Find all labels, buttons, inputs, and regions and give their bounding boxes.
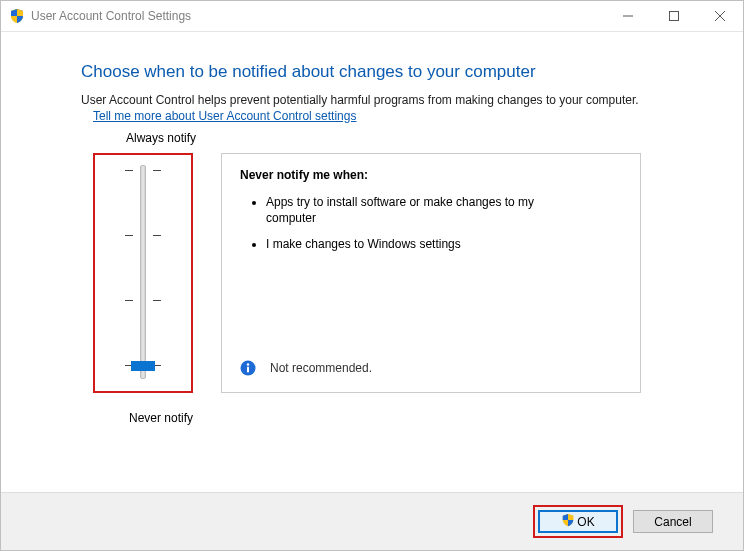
window-controls <box>605 1 743 31</box>
cancel-button[interactable]: Cancel <box>633 510 713 533</box>
slider-tick <box>153 300 161 302</box>
maximize-button[interactable] <box>651 1 697 31</box>
shield-icon <box>561 513 575 530</box>
ok-button[interactable]: OK <box>538 510 618 533</box>
info-bullet-item: I make changes to Windows settings <box>266 236 622 252</box>
slider-bottom-label: Never notify <box>91 411 231 425</box>
info-icon <box>240 360 256 376</box>
info-panel: Never notify me when: Apps try to instal… <box>221 153 641 393</box>
dialog-footer: OK Cancel <box>1 492 743 550</box>
slider-tick <box>125 300 133 302</box>
slider-top-label: Always notify <box>91 131 231 145</box>
content-area: Choose when to be notified about changes… <box>1 32 743 492</box>
shield-icon <box>9 8 25 24</box>
slider-track <box>140 165 146 379</box>
ok-highlight: OK <box>533 505 623 538</box>
svg-rect-1 <box>670 12 679 21</box>
ok-button-label: OK <box>577 515 594 529</box>
slider-tick <box>125 170 133 172</box>
svg-rect-6 <box>247 366 249 372</box>
slider-tick <box>153 170 161 172</box>
close-button[interactable] <box>697 1 743 31</box>
help-link[interactable]: Tell me more about User Account Control … <box>81 109 356 123</box>
svg-point-5 <box>247 363 249 365</box>
window-title: User Account Control Settings <box>31 9 191 23</box>
uac-settings-window: User Account Control Settings Choose whe… <box>0 0 744 551</box>
notification-slider[interactable] <box>93 153 193 393</box>
info-bullet-item: Apps try to install software or make cha… <box>266 194 622 226</box>
info-heading: Never notify me when: <box>240 168 622 182</box>
recommendation-text: Not recommended. <box>270 361 372 375</box>
page-description: User Account Control helps prevent poten… <box>81 92 703 109</box>
settings-area: Always notify Never notify Never notify … <box>81 139 703 439</box>
slider-thumb[interactable] <box>131 361 155 371</box>
cancel-button-label: Cancel <box>654 515 691 529</box>
slider-tick <box>125 235 133 237</box>
slider-tick <box>153 235 161 237</box>
title-bar: User Account Control Settings <box>1 1 743 32</box>
page-heading: Choose when to be notified about changes… <box>81 50 703 92</box>
minimize-button[interactable] <box>605 1 651 31</box>
recommendation-row: Not recommended. <box>240 360 622 382</box>
info-bullets: Apps try to install software or make cha… <box>240 194 622 263</box>
